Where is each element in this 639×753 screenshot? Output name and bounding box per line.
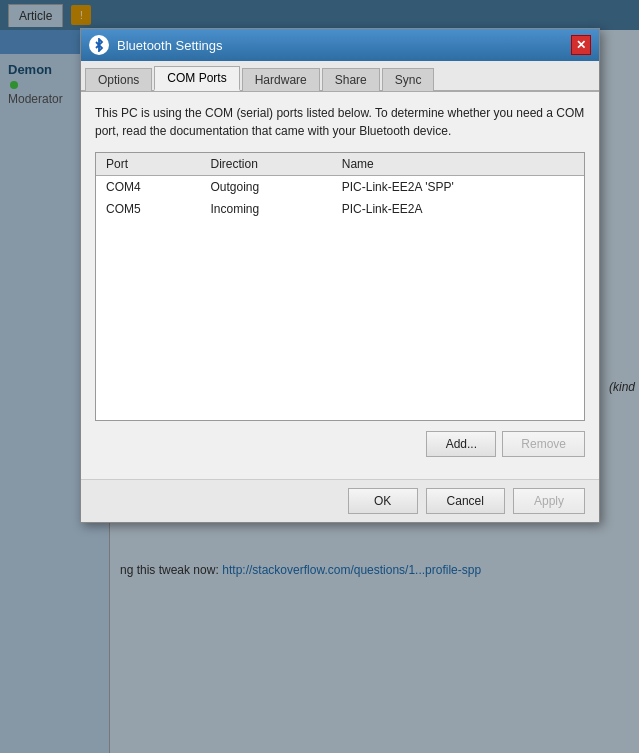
row1-name: PIC-Link-EE2A xyxy=(332,198,584,220)
table-row[interactable]: COM4 Outgoing PIC-Link-EE2A 'SPP' xyxy=(96,176,584,199)
col-name: Name xyxy=(332,153,584,176)
table-body: COM4 Outgoing PIC-Link-EE2A 'SPP' COM5 I… xyxy=(96,176,584,221)
apply-button[interactable]: Apply xyxy=(513,488,585,514)
row0-port: COM4 xyxy=(96,176,200,199)
tab-com-ports[interactable]: COM Ports xyxy=(154,66,239,91)
dialog-close-button[interactable]: ✕ xyxy=(571,35,591,55)
row1-port: COM5 xyxy=(96,198,200,220)
com-ports-table: Port Direction Name COM4 Outgoing PIC-Li… xyxy=(96,153,584,220)
add-remove-row: Add... Remove xyxy=(95,431,585,457)
dialog-body: This PC is using the COM (serial) ports … xyxy=(81,92,599,479)
row0-direction: Outgoing xyxy=(200,176,331,199)
add-button[interactable]: Add... xyxy=(426,431,496,457)
bluetooth-dialog: Bluetooth Settings ✕ Options COM Ports H… xyxy=(80,28,600,523)
row0-name: PIC-Link-EE2A 'SPP' xyxy=(332,176,584,199)
dialog-description: This PC is using the COM (serial) ports … xyxy=(95,104,585,140)
table-row[interactable]: COM5 Incoming PIC-Link-EE2A xyxy=(96,198,584,220)
ok-button[interactable]: OK xyxy=(348,488,418,514)
tab-hardware[interactable]: Hardware xyxy=(242,68,320,91)
title-left: Bluetooth Settings xyxy=(89,35,223,55)
row1-direction: Incoming xyxy=(200,198,331,220)
dialog-title: Bluetooth Settings xyxy=(117,38,223,53)
table-empty-area xyxy=(96,220,584,420)
bluetooth-icon xyxy=(89,35,109,55)
tab-share[interactable]: Share xyxy=(322,68,380,91)
cancel-button[interactable]: Cancel xyxy=(426,488,505,514)
tab-sync[interactable]: Sync xyxy=(382,68,435,91)
dialog-footer: OK Cancel Apply xyxy=(81,479,599,522)
dialog-titlebar: Bluetooth Settings ✕ xyxy=(81,29,599,61)
table-header: Port Direction Name xyxy=(96,153,584,176)
dialog-tabs: Options COM Ports Hardware Share Sync xyxy=(81,61,599,92)
remove-button[interactable]: Remove xyxy=(502,431,585,457)
tab-options[interactable]: Options xyxy=(85,68,152,91)
col-direction: Direction xyxy=(200,153,331,176)
col-port: Port xyxy=(96,153,200,176)
com-ports-table-container: Port Direction Name COM4 Outgoing PIC-Li… xyxy=(95,152,585,421)
